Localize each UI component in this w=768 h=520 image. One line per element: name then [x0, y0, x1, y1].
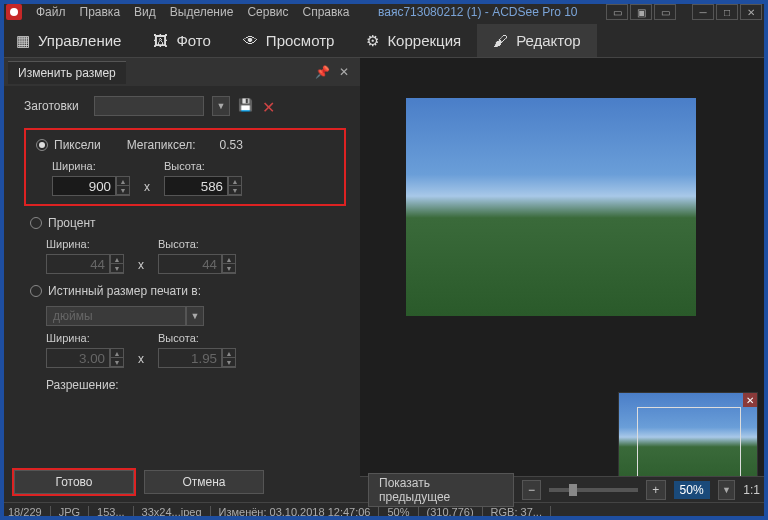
- pct-height-input: [158, 254, 222, 274]
- megapixel-value: 0.53: [220, 138, 243, 152]
- grid-icon: ▦: [16, 32, 30, 50]
- pct-width-label: Ширина:: [46, 238, 124, 250]
- menu-tools[interactable]: Сервис: [247, 5, 288, 19]
- app-icon: [6, 4, 22, 20]
- radio-print[interactable]: [30, 285, 42, 297]
- print-width-input: [46, 348, 110, 368]
- panel-close-icon[interactable]: ✕: [336, 64, 352, 80]
- minimize-button[interactable]: ─: [692, 4, 714, 20]
- fit-11-button[interactable]: 1:1: [743, 483, 760, 497]
- tab-photo[interactable]: 🖼 Фото: [137, 24, 226, 57]
- zoom-percent[interactable]: 50%: [674, 481, 710, 499]
- layout-btn-3[interactable]: ▭: [654, 4, 676, 20]
- percent-label: Процент: [48, 216, 96, 230]
- px-height-label: Высота:: [164, 160, 242, 172]
- layout-btn-1[interactable]: ▭: [606, 4, 628, 20]
- zoom-dropdown[interactable]: ▼: [718, 480, 736, 500]
- navigator-viewport[interactable]: [637, 407, 741, 481]
- zoom-out-button[interactable]: −: [522, 480, 542, 500]
- photo-icon: 🖼: [153, 32, 168, 49]
- px-height-input[interactable]: [164, 176, 228, 196]
- status-filesize: 153...: [89, 506, 134, 518]
- megapixel-label: Мегапиксел:: [127, 138, 196, 152]
- sliders-icon: ⚙: [366, 32, 379, 50]
- window-title: ваяс713080212 (1) - ACDSee Pro 10: [364, 5, 592, 19]
- pct-height-spinner: ▲▼: [222, 254, 236, 274]
- layout-btn-2[interactable]: ▣: [630, 4, 652, 20]
- px-width-label: Ширина:: [52, 160, 130, 172]
- eye-icon: 👁: [243, 32, 258, 49]
- pct-height-label: Высота:: [158, 238, 236, 250]
- px-width-spinner[interactable]: ▲▼: [116, 176, 130, 196]
- presets-combo[interactable]: [94, 96, 204, 116]
- print-height-label: Высота:: [158, 332, 236, 344]
- status-coords: (310,776): [419, 506, 483, 518]
- pixels-section-highlight: Пиксели Мегапиксел: 0.53 Ширина: ▲▼ x Вы: [24, 128, 346, 206]
- unit-combo: дюймы: [46, 306, 186, 326]
- menu-select[interactable]: Выделение: [170, 5, 234, 19]
- done-button[interactable]: Готово: [14, 470, 134, 494]
- presets-label: Заготовки: [24, 99, 86, 113]
- menu-help[interactable]: Справка: [302, 5, 349, 19]
- zoom-in-button[interactable]: +: [646, 480, 666, 500]
- panel-title: Изменить размер: [8, 61, 126, 84]
- brush-icon: 🖌: [493, 32, 508, 49]
- tab-manage[interactable]: ▦ Управление: [0, 24, 137, 57]
- radio-percent[interactable]: [30, 217, 42, 229]
- status-format: JPG: [51, 506, 89, 518]
- close-button[interactable]: ✕: [740, 4, 762, 20]
- resolution-label: Разрешение:: [46, 378, 346, 392]
- tab-develop[interactable]: ⚙ Коррекция: [350, 24, 477, 57]
- pct-width-spinner: ▲▼: [110, 254, 124, 274]
- radio-pixels[interactable]: [36, 139, 48, 151]
- pct-width-input: [46, 254, 110, 274]
- status-position: 18/229: [0, 506, 51, 518]
- print-width-label: Ширина:: [46, 332, 124, 344]
- menu-edit[interactable]: Правка: [80, 5, 121, 19]
- pixels-label: Пиксели: [54, 138, 101, 152]
- menu-view[interactable]: Вид: [134, 5, 156, 19]
- tab-edit[interactable]: 🖌 Редактор: [477, 24, 597, 57]
- px-height-spinner[interactable]: ▲▼: [228, 176, 242, 196]
- delete-preset-icon[interactable]: ✕: [262, 98, 278, 114]
- status-rgb: RGB: 37...: [483, 506, 551, 518]
- maximize-button[interactable]: □: [716, 4, 738, 20]
- save-preset-icon[interactable]: 💾: [238, 98, 254, 114]
- navigator-close-icon[interactable]: ✕: [743, 393, 757, 407]
- image-canvas[interactable]: [406, 98, 696, 316]
- tab-view[interactable]: 👁 Просмотр: [227, 24, 351, 57]
- status-dimensions: 33x24...jpeg: [134, 506, 211, 518]
- status-modified: Изменён: 03.10.2018 12:47:06: [211, 506, 380, 518]
- zoom-slider[interactable]: [549, 488, 638, 492]
- show-previous-button[interactable]: Показать предыдущее: [368, 473, 514, 507]
- x-separator: x: [144, 180, 150, 196]
- presets-dropdown[interactable]: ▼: [212, 96, 230, 116]
- unit-dropdown: ▼: [186, 306, 204, 326]
- pin-icon[interactable]: 📌: [314, 64, 330, 80]
- status-zoom: 50%: [379, 506, 418, 518]
- print-label: Истинный размер печати в:: [48, 284, 201, 298]
- print-height-input: [158, 348, 222, 368]
- cancel-button[interactable]: Отмена: [144, 470, 264, 494]
- px-width-input[interactable]: [52, 176, 116, 196]
- menu-file[interactable]: Файл: [36, 5, 66, 19]
